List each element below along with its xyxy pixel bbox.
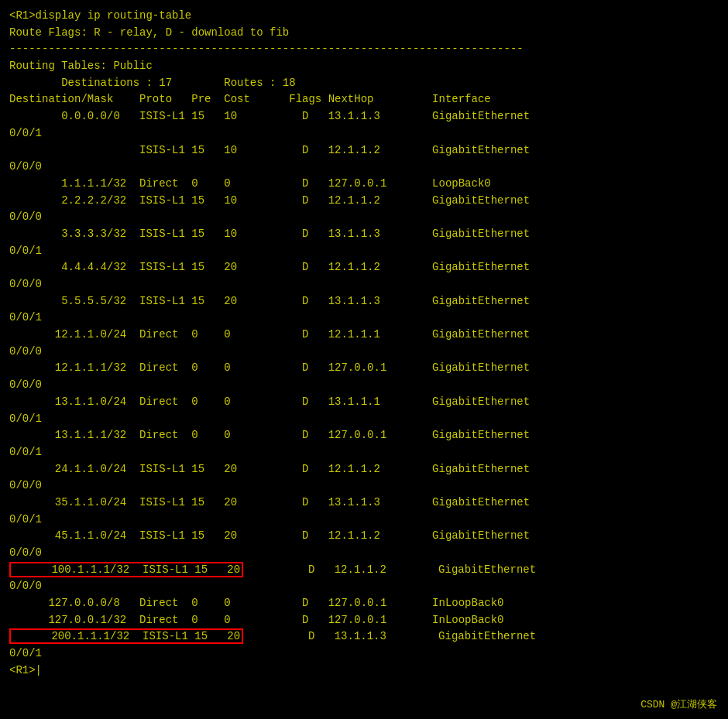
terminal-line: ----------------------------------------… [9,41,719,58]
terminal-line: 100.1.1.1/32 ISIS-L1 15 20 D 12.1.1.2 Gi… [9,562,719,579]
terminal-line: Route Flags: R - relay, D - download to … [9,25,719,42]
terminal-line: 0/0/1 [9,243,719,260]
terminal-line: 4.4.4.4/32 ISIS-L1 15 20 D 12.1.1.2 Giga… [9,259,719,276]
terminal-line: 127.0.0.0/8 Direct 0 0 D 127.0.0.1 InLoo… [9,595,719,612]
terminal-line: ISIS-L1 15 10 D 12.1.1.2 GigabitEthernet [9,142,719,159]
terminal-line: 127.0.0.1/32 Direct 0 0 D 127.0.0.1 InLo… [9,612,719,629]
terminal-line: <R1>| [9,663,719,680]
terminal-line: 0/0/0 [9,545,719,562]
terminal-line: 0/0/0 [9,377,719,394]
terminal-line: 0/0/1 [9,125,719,142]
terminal-line: 13.1.1.0/24 Direct 0 0 D 13.1.1.1 Gigabi… [9,394,719,411]
terminal-line: 3.3.3.3/32 ISIS-L1 15 10 D 13.1.1.3 Giga… [9,226,719,243]
terminal-line: 0.0.0.0/0 ISIS-L1 15 10 D 13.1.1.3 Gigab… [9,108,719,125]
terminal-line: 45.1.1.0/24 ISIS-L1 15 20 D 12.1.1.2 Gig… [9,528,719,545]
terminal-line: 0/0/1 [9,310,719,327]
terminal-line: Destinations : 17 Routes : 18 [9,75,719,92]
terminal-line: Destination/Mask Proto Pre Cost Flags Ne… [9,91,719,108]
terminal-line: 24.1.1.0/24 ISIS-L1 15 20 D 12.1.1.2 Gig… [9,461,719,478]
terminal-line: 0/0/0 [9,578,719,595]
terminal-line: 12.1.1.1/32 Direct 0 0 D 127.0.0.1 Gigab… [9,360,719,377]
terminal-line: 1.1.1.1/32 Direct 0 0 D 127.0.0.1 LoopBa… [9,176,719,193]
terminal-line: 13.1.1.1/32 Direct 0 0 D 127.0.0.1 Gigab… [9,427,719,444]
terminal-line: 0/0/0 [9,276,719,293]
terminal: <R1>display ip routing-tableRoute Flags:… [0,0,728,719]
terminal-line: 0/0/0 [9,344,719,361]
watermark: CSDN @江湖侠客 [640,697,717,711]
terminal-content: <R1>display ip routing-tableRoute Flags:… [9,8,719,680]
terminal-line: 0/0/0 [9,159,719,176]
terminal-line: 2.2.2.2/32 ISIS-L1 15 10 D 12.1.1.2 Giga… [9,193,719,210]
terminal-line: 200.1.1.1/32 ISIS-L1 15 20 D 13.1.1.3 Gi… [9,628,719,645]
terminal-line: 35.1.1.0/24 ISIS-L1 15 20 D 13.1.1.3 Gig… [9,495,719,512]
terminal-line: <R1>display ip routing-table [9,8,719,25]
terminal-line: Routing Tables: Public [9,58,719,75]
terminal-line: 0/0/1 [9,512,719,529]
terminal-line: 5.5.5.5/32 ISIS-L1 15 20 D 13.1.1.3 Giga… [9,293,719,310]
terminal-line: 0/0/0 [9,478,719,495]
terminal-line: 0/0/0 [9,209,719,226]
terminal-line: 0/0/1 [9,444,719,461]
terminal-line: 0/0/1 [9,645,719,663]
terminal-line: 0/0/1 [9,411,719,428]
terminal-line: 12.1.1.0/24 Direct 0 0 D 12.1.1.1 Gigabi… [9,327,719,344]
